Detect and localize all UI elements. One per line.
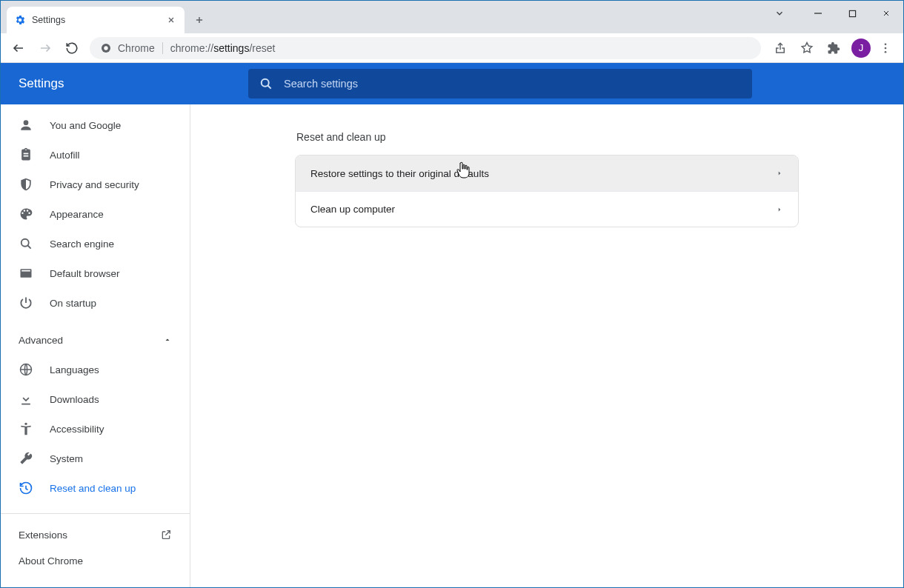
window-titlebar: Settings xyxy=(1,1,903,33)
sidebar: You and Google Autofill Privacy and secu… xyxy=(1,104,190,587)
sidebar-advanced-toggle[interactable]: Advanced xyxy=(1,325,190,355)
search-icon xyxy=(19,236,33,251)
tab-search-button[interactable] xyxy=(767,1,792,26)
globe-icon xyxy=(19,362,33,377)
browser-tab[interactable]: Settings xyxy=(7,7,185,33)
sidebar-accessibility[interactable]: Accessibility xyxy=(1,414,190,444)
svg-point-3 xyxy=(885,43,887,45)
search-icon xyxy=(259,76,273,91)
sidebar-on-startup[interactable]: On startup xyxy=(1,288,190,318)
sidebar-default-browser[interactable]: Default browser xyxy=(1,258,190,288)
chrome-menu-button[interactable] xyxy=(874,36,897,60)
sidebar-languages[interactable]: Languages xyxy=(1,355,190,384)
extensions-button[interactable] xyxy=(822,36,845,60)
sidebar-downloads[interactable]: Downloads xyxy=(1,384,190,414)
restore-icon xyxy=(19,481,33,495)
reload-button[interactable] xyxy=(60,36,84,60)
app-header: Settings xyxy=(1,63,903,104)
sidebar-item-label: Downloads xyxy=(50,394,99,405)
svg-point-6 xyxy=(262,79,269,87)
sidebar-extensions[interactable]: Extensions xyxy=(1,521,190,548)
chevron-right-icon xyxy=(776,170,783,177)
accessibility-icon xyxy=(19,421,33,436)
sidebar-system[interactable]: System xyxy=(1,444,190,473)
sidebar-item-label: Reset and clean up xyxy=(50,483,136,494)
share-button[interactable] xyxy=(768,36,792,60)
close-tab-button[interactable] xyxy=(165,14,177,26)
download-icon xyxy=(19,392,33,407)
sidebar-item-label: Languages xyxy=(50,364,99,375)
tab-title: Settings xyxy=(32,15,159,25)
section-title: Reset and clean up xyxy=(296,131,799,143)
sidebar-item-label: Privacy and security xyxy=(50,179,139,190)
profile-avatar[interactable]: J xyxy=(851,39,871,58)
back-button[interactable] xyxy=(7,36,30,60)
restore-defaults-row[interactable]: Restore settings to their original defau… xyxy=(296,156,798,191)
window-maximize-button[interactable] xyxy=(835,1,869,26)
row-label: Clean up computer xyxy=(310,204,395,215)
window-close-button[interactable] xyxy=(869,1,903,26)
person-icon xyxy=(19,118,33,133)
open-external-icon xyxy=(160,529,172,541)
main-content: Reset and clean up Restore settings to t… xyxy=(190,104,903,587)
sidebar-search-engine[interactable]: Search engine xyxy=(1,229,190,258)
sidebar-item-label: On startup xyxy=(50,298,96,309)
window-controls xyxy=(801,1,903,26)
shield-icon xyxy=(19,177,33,192)
browser-toolbar: Chrome chrome://settings/reset J xyxy=(1,33,903,63)
sidebar-item-label: System xyxy=(50,453,83,464)
clean-up-computer-row[interactable]: Clean up computer xyxy=(296,191,798,227)
reset-card: Restore settings to their original defau… xyxy=(295,155,799,227)
svg-point-2 xyxy=(104,46,107,50)
power-icon xyxy=(19,295,33,310)
sidebar-appearance[interactable]: Appearance xyxy=(1,199,190,229)
sidebar-item-label: Accessibility xyxy=(50,424,104,435)
svg-point-5 xyxy=(885,50,887,53)
sidebar-about-chrome[interactable]: About Chrome xyxy=(1,548,190,574)
svg-point-4 xyxy=(885,47,887,49)
sidebar-item-label: Autofill xyxy=(50,150,80,161)
svg-point-7 xyxy=(21,239,29,247)
sidebar-privacy[interactable]: Privacy and security xyxy=(1,170,190,199)
sidebar-item-label: Default browser xyxy=(50,268,120,279)
sidebar-item-label: Search engine xyxy=(50,238,114,250)
settings-app: Settings You and Google Autofill Privacy… xyxy=(1,63,903,587)
row-label: Restore settings to their original defau… xyxy=(310,168,489,179)
chevron-up-icon xyxy=(163,335,172,344)
address-bar[interactable]: Chrome chrome://settings/reset xyxy=(90,37,761,59)
assignment-icon xyxy=(19,147,33,162)
page-title: Settings xyxy=(19,76,248,91)
gear-icon xyxy=(14,14,26,26)
sidebar-advanced-label: Advanced xyxy=(19,335,63,346)
sidebar-reset-clean-up[interactable]: Reset and clean up xyxy=(1,473,190,503)
wrench-icon xyxy=(19,451,33,466)
palette-icon xyxy=(19,207,33,221)
chrome-icon xyxy=(100,42,112,54)
browser-icon xyxy=(19,266,33,281)
divider xyxy=(1,513,190,514)
sidebar-you-and-google[interactable]: You and Google xyxy=(1,110,190,140)
chevron-right-icon xyxy=(776,206,783,213)
window-minimize-button[interactable] xyxy=(801,1,835,26)
sidebar-autofill[interactable]: Autofill xyxy=(1,140,190,170)
search-container[interactable] xyxy=(248,69,752,98)
new-tab-button[interactable] xyxy=(189,10,210,30)
svg-point-9 xyxy=(24,423,27,425)
svg-rect-0 xyxy=(849,10,855,16)
sidebar-item-label: You and Google xyxy=(50,120,121,131)
forward-button[interactable] xyxy=(33,36,57,60)
site-chip-label: Chrome xyxy=(118,42,155,54)
bookmark-button[interactable] xyxy=(795,36,819,60)
sidebar-item-label: Appearance xyxy=(50,209,104,220)
url-text: chrome://settings/reset xyxy=(170,42,276,54)
search-input[interactable] xyxy=(284,78,742,90)
site-chip: Chrome xyxy=(100,42,163,54)
